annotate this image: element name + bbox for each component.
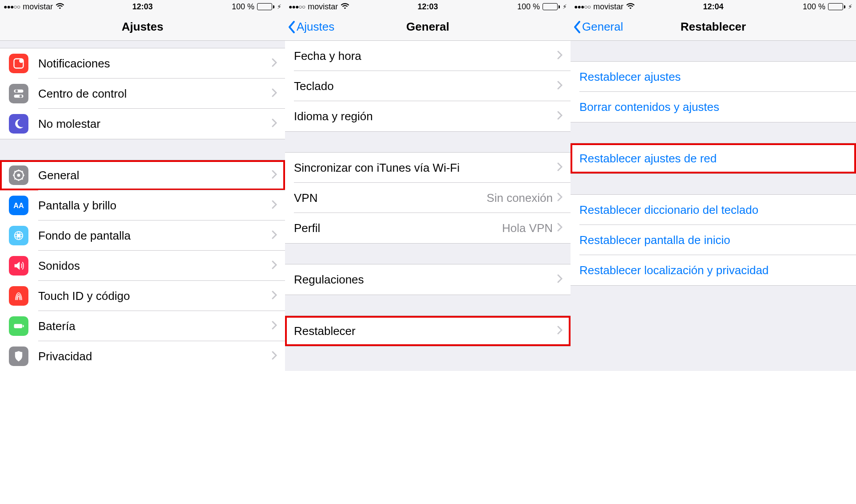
row-label: Regulaciones [294,273,557,287]
sounds-icon [9,256,28,276]
svg-point-18 [17,234,20,237]
row-regulaciones[interactable]: Regulaciones [285,264,571,295]
wallpaper-icon [9,226,28,245]
svg-line-15 [15,178,16,179]
touchid-icon [9,286,28,306]
svg-point-1 [19,59,23,63]
battery-percent: 100 % [232,2,254,12]
status-time: 12:03 [132,2,153,12]
screen-restablecer: ●●●○○ movistar 12:04 100 % ⚡︎ General Re… [571,0,856,371]
battery-percent: 100 % [803,2,825,12]
row-label: Perfil [294,221,502,235]
back-button[interactable]: General [571,20,623,34]
chevron-right-icon [557,51,563,61]
screen-settings: ●●●○○ movistar 12:03 100 % ⚡︎ Ajustes No… [0,0,285,371]
svg-line-14 [22,171,23,172]
row-pantalla-y-brillo[interactable]: AA Pantalla y brillo [0,190,285,220]
chevron-right-icon [272,88,277,99]
chevron-right-icon [557,193,563,203]
row-label: Batería [38,319,272,333]
row-label: Fondo de pantalla [38,229,272,243]
carrier-label: movistar [23,2,53,12]
svg-rect-21 [14,324,23,328]
row-restablecer-ajustes[interactable]: Restablecer ajustes [571,62,856,92]
row-label: Pantalla y brillo [38,199,272,213]
row-borrar-contenidos[interactable]: Borrar contenidos y ajustes [571,92,856,122]
charging-icon: ⚡︎ [848,3,852,10]
battery-icon [828,3,845,10]
row-sincronizar-itunes[interactable]: Sincronizar con iTunes vía Wi-Fi [285,153,571,183]
row-no-molestar[interactable]: No molestar [0,109,285,139]
row-label: Restablecer ajustes de red [579,152,848,165]
battery-percent: 100 % [517,2,540,12]
svg-rect-22 [23,325,24,327]
svg-line-13 [22,178,23,179]
control-center-icon [9,84,28,103]
row-general[interactable]: General [0,160,285,190]
battery-icon [257,3,274,10]
row-restablecer[interactable]: Restablecer [285,316,571,346]
row-label: Privacidad [38,350,272,363]
row-centro-de-control[interactable]: Centro de control [0,79,285,109]
row-label: Restablecer localización y privacidad [579,264,848,277]
carrier-label: movistar [308,2,338,12]
row-teclado[interactable]: Teclado [285,71,571,101]
status-bar: ●●●○○ movistar 12:04 100 % ⚡︎ [571,0,856,13]
chevron-right-icon [557,81,563,91]
svg-point-3 [15,90,18,92]
wifi-icon [626,2,635,12]
row-restablecer-diccionario[interactable]: Restablecer diccionario del teclado [571,195,856,225]
chevron-right-icon [272,260,277,271]
chevron-right-icon [272,351,277,362]
nav-header: General Restablecer [571,13,856,41]
chevron-right-icon [272,200,277,211]
row-sonidos[interactable]: Sonidos [0,251,285,281]
chevron-right-icon [557,111,563,122]
row-bateria[interactable]: Batería [0,311,285,341]
chevron-right-icon [272,58,277,69]
row-restablecer-pantalla-inicio[interactable]: Restablecer pantalla de inicio [571,225,856,255]
signal-dots: ●●●○○ [574,3,590,10]
row-detail: Hola VPN [502,221,553,235]
row-vpn[interactable]: VPN Sin conexión [285,183,571,213]
row-label: Touch ID y código [38,289,272,303]
wifi-icon [341,2,349,12]
row-label: No molestar [38,117,272,131]
row-notificaciones[interactable]: Notificaciones [0,48,285,79]
status-time: 12:04 [703,2,723,12]
status-bar: ●●●○○ movistar 12:03 100 % ⚡︎ [285,0,571,13]
row-label: Restablecer diccionario del teclado [579,203,848,217]
chevron-right-icon [272,321,277,331]
charging-icon: ⚡︎ [277,3,281,10]
row-perfil[interactable]: Perfil Hola VPN [285,213,571,243]
row-label: Sincronizar con iTunes vía Wi-Fi [294,161,557,175]
row-label: Fecha y hora [294,49,557,63]
row-fondo-de-pantalla[interactable]: Fondo de pantalla [0,220,285,251]
row-label: Sonidos [38,259,272,273]
row-label: Notificaciones [38,57,272,71]
nav-header: Ajustes [0,13,285,41]
row-label: Borrar contenidos y ajustes [579,100,848,114]
chevron-right-icon [557,326,563,336]
row-idioma-y-region[interactable]: Idioma y región [285,101,571,131]
row-touch-id[interactable]: Touch ID y código [0,281,285,311]
row-label: Restablecer pantalla de inicio [579,233,848,247]
signal-dots: ●●●○○ [4,3,20,10]
row-label: Restablecer [294,324,557,338]
row-restablecer-localizacion[interactable]: Restablecer localización y privacidad [571,255,856,285]
chevron-right-icon [272,230,277,241]
signal-dots: ●●●○○ [289,3,305,10]
back-label: Ajustes [297,20,334,34]
moon-icon [9,114,28,134]
row-fecha-y-hora[interactable]: Fecha y hora [285,41,571,71]
row-label: General [38,169,272,182]
svg-point-7 [17,174,20,177]
battery-icon [543,3,560,10]
row-privacidad[interactable]: Privacidad [0,341,285,371]
row-restablecer-ajustes-red[interactable]: Restablecer ajustes de red [571,143,856,173]
row-detail: Sin conexión [487,191,553,205]
back-label: General [582,20,623,34]
chevron-right-icon [272,170,277,181]
back-button[interactable]: Ajustes [285,20,334,34]
carrier-label: movistar [593,2,623,12]
